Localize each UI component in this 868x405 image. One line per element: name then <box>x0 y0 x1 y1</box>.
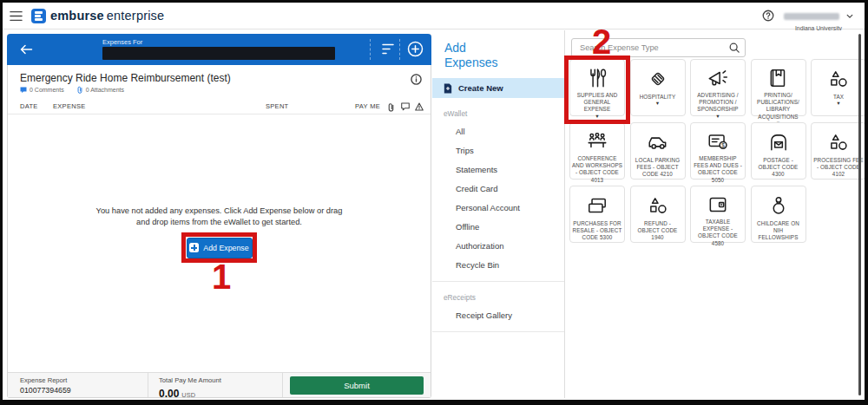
expense-type-tile[interactable]: POSTAGE - OBJECT CODE 4300 <box>751 122 806 180</box>
panel-title: Add Expenses <box>432 30 564 70</box>
expense-type-tile[interactable]: ADVERTISING / PROMOTION / SPONSORSHIP▼ <box>690 59 746 116</box>
svg-text:$: $ <box>721 142 725 148</box>
expense-type-label: CHILDCARE ON NIH FELLOWSHIPS <box>752 220 806 242</box>
expense-type-panel: SUPPLIES AND GENERAL EXPENSE▼HOSPITALITY… <box>566 30 861 398</box>
expense-type-label: PRINTING/ PUBLICATIONS/ LIBRARY ACQUISIT… <box>752 92 806 121</box>
expense-report-label: Expense Report <box>20 376 148 384</box>
megaphone-icon <box>707 67 729 89</box>
expense-type-tile[interactable]: HOSPITALITY▼ <box>630 59 686 116</box>
add-expenses-panel: Add Expenses Create New eWallet AllTrips… <box>432 30 565 398</box>
brand-light: enterprise <box>107 9 164 23</box>
ewallet-item-all[interactable]: All <box>432 121 564 140</box>
app-window: emburseenterprise Indiana University Exp… <box>0 0 868 405</box>
expenses-for-label: Expenses For <box>102 38 142 46</box>
submit-button[interactable]: Submit <box>290 376 424 395</box>
expense-type-label: REFUND - OBJECT CODE 1940 <box>631 220 685 242</box>
annotation-box-2 <box>564 56 630 124</box>
chevron-down-icon <box>846 14 853 19</box>
stacked-cards-icon <box>586 193 608 218</box>
ereceipts-item-receipt-gallery[interactable]: Receipt Gallery <box>432 305 564 324</box>
expense-report-number: 010077394659 <box>20 386 148 395</box>
hamburger-menu-icon[interactable] <box>10 10 23 22</box>
handshake-icon <box>647 67 669 91</box>
ewallet-item-trips[interactable]: Trips <box>432 140 564 160</box>
pacifier-icon <box>767 193 790 218</box>
user-name-redacted <box>784 13 839 20</box>
expense-type-label: ADVERTISING / PROMOTION / SPONSORSHIP <box>691 92 745 114</box>
info-icon[interactable] <box>411 74 422 85</box>
expense-type-tile[interactable]: LOCAL PARKING FEES - OBJECT CODE 4210 <box>630 122 686 180</box>
membership-card-icon: $ <box>707 130 729 153</box>
help-icon[interactable] <box>762 10 774 22</box>
ewallet-item-personal-account[interactable]: Personal Account <box>432 198 564 217</box>
add-circle-icon[interactable] <box>407 41 424 57</box>
report-owner-redacted <box>102 47 335 60</box>
top-bar: emburseenterprise Indiana University <box>3 3 865 29</box>
annotation-step-2: 2 <box>584 23 619 62</box>
ewallet-item-credit-card[interactable]: Credit Card <box>432 179 564 198</box>
expense-type-tile[interactable]: CHILDCARE ON NIH FELLOWSHIPS <box>751 186 806 243</box>
add-expense-button[interactable]: Add Expense <box>187 238 253 258</box>
ewallet-item-offline[interactable]: Offline <box>432 217 564 236</box>
empty-state-message: You have not added any expenses. Click A… <box>8 206 431 227</box>
column-expense: EXPENSE <box>53 102 86 110</box>
expense-type-label: CONFERENCE AND WORKSHOPS - OBJECT CODE 4… <box>570 155 624 184</box>
scrollbar[interactable] <box>858 34 861 395</box>
expense-type-label: HOSPITALITY <box>638 94 678 101</box>
attachments-count[interactable]: 0 Attachments <box>76 86 124 94</box>
paperclip-icon <box>76 86 83 94</box>
expense-type-label: PROCESSING FEE - OBJECT CODE 4102 <box>812 157 865 179</box>
chevron-down-icon: ▼ <box>715 114 720 120</box>
plus-icon <box>189 243 199 252</box>
chevron-down-icon: ▼ <box>655 101 660 107</box>
total-payme-amount: 0.00USD <box>159 385 282 401</box>
ewallet-item-recycle-bin[interactable]: Recycle Bin <box>432 255 564 274</box>
conference-icon <box>586 130 608 153</box>
shapes-icon <box>647 193 669 218</box>
ewallet-item-authorization[interactable]: Authorization <box>432 236 564 255</box>
ereceipts-section-label: eReceipts <box>444 293 564 302</box>
report-header-bar: Expenses For <box>7 34 431 65</box>
car-icon <box>647 130 669 154</box>
back-arrow-icon[interactable] <box>18 42 34 57</box>
comment-icon <box>20 87 27 94</box>
chevron-down-icon: ▼ <box>836 101 840 107</box>
expense-type-label: MEMBERSHIP FEES AND DUES - OBJECT CODE 5… <box>691 155 745 184</box>
column-payme: PAY ME <box>355 102 380 110</box>
column-spent: SPENT <box>266 102 289 110</box>
shapes-icon <box>827 67 850 91</box>
create-new-item[interactable]: Create New <box>432 78 564 98</box>
sort-icon[interactable] <box>381 42 395 56</box>
brand-bold: emburse <box>50 9 104 23</box>
ewallet-list: AllTripsStatementsCredit CardPersonal Ac… <box>432 121 564 274</box>
comments-count[interactable]: 0 Comments <box>20 87 64 94</box>
expense-type-label: POSTAGE - OBJECT CODE 4300 <box>752 157 806 179</box>
annotation-step-1: 1 <box>201 258 242 297</box>
report-title: Emergency Ride Home Reimbursement (test) <box>20 72 231 84</box>
book-icon <box>767 67 790 89</box>
column-date: DATE <box>20 102 38 110</box>
user-menu[interactable]: Indiana University <box>781 8 856 31</box>
emburse-logo-icon[interactable] <box>31 9 46 23</box>
wallet-icon <box>707 193 729 216</box>
expense-type-tile[interactable]: CONFERENCE AND WORKSHOPS - OBJECT CODE 4… <box>569 122 625 180</box>
ewallet-section-label: eWallet <box>444 109 564 118</box>
expense-type-tile[interactable]: PURCHASES FOR RESALE - OBJECT CODE 5300 <box>569 186 625 243</box>
warning-icon <box>415 102 424 111</box>
expense-type-tile[interactable]: PRINTING/ PUBLICATIONS/ LIBRARY ACQUISIT… <box>751 59 806 116</box>
document-plus-icon <box>444 83 452 94</box>
mailbox-icon <box>767 130 790 154</box>
expense-type-label: PURCHASES FOR RESALE - OBJECT CODE 5300 <box>570 220 624 242</box>
paperclip-icon <box>387 102 395 112</box>
expense-type-label: LOCAL PARKING FEES - OBJECT CODE 4210 <box>631 157 685 179</box>
expense-type-tile[interactable]: REFUND - OBJECT CODE 1940 <box>630 186 686 243</box>
search-icon <box>729 42 740 53</box>
brand-name: emburseenterprise <box>50 9 164 23</box>
expense-type-label: TAXABLE EXPENSE - OBJECT CODE 4580 <box>691 219 745 247</box>
expense-report-panel: Expenses For Emergency Ride Home Reimbur… <box>7 34 431 398</box>
comment-icon <box>401 102 410 111</box>
expense-type-tile[interactable]: $MEMBERSHIP FEES AND DUES - OBJECT CODE … <box>690 122 746 180</box>
ewallet-item-statements[interactable]: Statements <box>432 160 564 179</box>
expense-table-header: DATE EXPENSE SPENT PAY ME <box>8 98 431 114</box>
expense-type-tile[interactable]: TAXABLE EXPENSE - OBJECT CODE 4580 <box>690 186 746 243</box>
